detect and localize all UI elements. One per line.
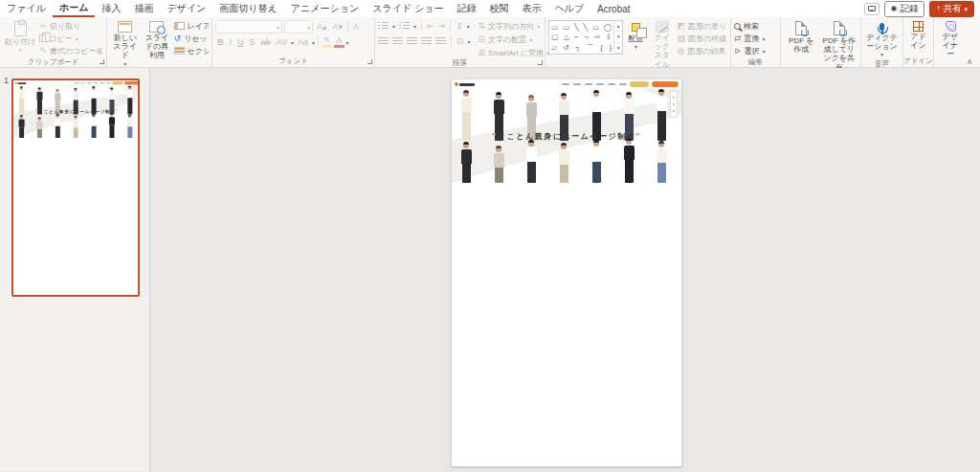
tab-review[interactable]: 校閲 <box>482 0 515 17</box>
shape-outline-button[interactable]: ▨図形の枠線▾ <box>678 33 727 44</box>
increase-indent-icon[interactable]: ⇥ <box>438 22 446 31</box>
font-name-select[interactable]: ▾ <box>215 20 282 34</box>
shape-option[interactable]: ▭ <box>551 24 558 32</box>
font-size-select[interactable]: ▾ <box>284 20 313 34</box>
shape-option[interactable]: ⌐ <box>574 34 578 41</box>
share-button[interactable]: ↑ 共有 ▾ <box>929 1 974 17</box>
italic-button[interactable]: I <box>228 36 234 48</box>
align-left-icon[interactable] <box>378 37 389 45</box>
create-pdf-button[interactable]: PDF を作成 <box>784 20 819 55</box>
clipboard-dialog-launcher[interactable] <box>100 59 104 64</box>
shape-option[interactable]: ¬ <box>585 34 589 41</box>
tab-slideshow[interactable]: スライド ショー <box>366 0 450 17</box>
collapse-ribbon-button[interactable]: ∧ <box>967 57 972 66</box>
shape-option[interactable]: ⇨ <box>594 34 600 41</box>
shape-option[interactable]: △ <box>564 34 569 41</box>
dictation-button[interactable]: ディクテーション ▾ <box>864 20 900 59</box>
shape-option[interactable]: } <box>610 44 612 52</box>
shape-effects-button[interactable]: ◍図形の効果▾ <box>678 45 727 56</box>
share-button-label: 共有 <box>943 3 961 15</box>
tab-record[interactable]: 記録 <box>450 0 482 17</box>
justify-icon[interactable] <box>421 37 432 45</box>
shape-option[interactable]: ↺ <box>564 44 569 52</box>
shape-option[interactable]: ▱ <box>551 44 557 52</box>
text-direction-button[interactable]: ⇅文字列の方向▾ <box>479 20 550 32</box>
character-spacing-button[interactable]: AV <box>275 36 289 48</box>
shapes-gallery[interactable]: ▭▭╲╲▭◯▢△⌐¬⇨⇩▱↺╮⌒{} ▲ ▼ ▼ <box>548 20 623 55</box>
comments-button[interactable] <box>864 3 880 15</box>
slide-thumbnail-1[interactable]: “とことん親身にホームページ制作” <box>11 79 140 297</box>
editing-canvas[interactable]: “とことん親身にホームページ制作” <box>150 68 980 471</box>
tab-help[interactable]: ヘルプ <box>547 0 590 17</box>
align-right-icon[interactable] <box>407 37 417 45</box>
tab-design[interactable]: デザイン <box>160 0 212 17</box>
text-shadow-button[interactable]: S <box>248 36 257 48</box>
bullets-icon[interactable] <box>378 22 389 30</box>
tab-home[interactable]: ホーム <box>53 0 95 17</box>
shape-option[interactable]: ╲ <box>583 24 588 32</box>
tab-insert[interactable]: 挿入 <box>95 0 127 17</box>
shape-option[interactable]: ▭ <box>563 24 569 32</box>
shape-option[interactable]: ▭ <box>592 24 599 32</box>
cut-button[interactable]: ✂切り取り <box>39 20 102 32</box>
shape-option[interactable]: ⇩ <box>606 34 612 41</box>
tab-transitions[interactable]: 画面切り替え <box>212 0 283 17</box>
shape-fill-button[interactable]: ◩図形の塗りつぶし▾ <box>678 20 727 32</box>
grow-font-button[interactable]: A▴ <box>315 21 329 33</box>
select-button[interactable]: ⊳選択▾ <box>734 45 776 56</box>
reuse-slides-button[interactable]: スライドの再利用 <box>142 20 171 61</box>
slide-image[interactable]: “とことん親身にホームページ制作” <box>13 80 140 138</box>
shape-option[interactable]: ▢ <box>551 34 558 41</box>
replace-button[interactable]: ⇄置換▾ <box>734 33 776 44</box>
columns-icon[interactable] <box>435 37 446 45</box>
tab-file[interactable]: ファイル <box>0 0 53 17</box>
strikethrough-button[interactable]: ab <box>259 36 273 48</box>
change-case-button[interactable]: Aa <box>296 36 310 48</box>
shapes-scroll-down-icon[interactable]: ▼ <box>614 32 622 42</box>
slide-image[interactable]: “とことん親身にホームページ制作” <box>452 79 681 183</box>
format-painter-button[interactable]: ✎書式のコピー/貼り付け <box>39 45 102 56</box>
font-color-button[interactable]: A <box>334 36 344 48</box>
share-pdf-link-button[interactable]: PDF を作成してリンクを共有 <box>821 20 858 73</box>
shrink-font-button[interactable]: A▾ <box>331 21 345 33</box>
copy-button[interactable]: コピー▾ <box>39 33 102 44</box>
text-columns-icon[interactable]: ⊟ <box>457 37 464 46</box>
underline-button[interactable]: U <box>235 36 246 48</box>
shape-option[interactable]: ╮ <box>576 44 581 52</box>
bold-button[interactable]: B <box>215 36 226 48</box>
group-paragraph: ▾ ▾ ⇤ ⇥ ⇕▾ ⊟▾ <box>375 17 546 67</box>
tab-draw[interactable]: 描画 <box>127 0 160 17</box>
record-button[interactable]: ◉ 記録 <box>884 1 925 17</box>
smartart-icon: ⊞ <box>479 49 486 57</box>
shapes-scroll-up-icon[interactable]: ▲ <box>614 21 622 32</box>
quick-styles-button[interactable]: クイック スタイル <box>649 20 676 70</box>
smartart-button[interactable]: ⊞SmartArt に変換▾ <box>479 47 550 58</box>
shape-option[interactable]: ◯ <box>604 24 612 32</box>
paragraph-dialog-launcher[interactable] <box>538 60 543 65</box>
shape-option[interactable]: ╲ <box>574 24 579 32</box>
font-dialog-launcher[interactable] <box>368 59 372 64</box>
find-button[interactable]: 検索 <box>734 20 776 32</box>
section-button[interactable]: セクション▾ <box>174 45 209 56</box>
designer-button[interactable]: デザイナー <box>937 20 964 60</box>
new-slide-button[interactable]: 新しいスライド ▾ <box>110 20 140 68</box>
line-spacing-icon[interactable]: ⇕ <box>456 22 463 31</box>
slide-canvas[interactable]: “とことん親身にホームページ制作” <box>452 79 681 466</box>
numbering-icon[interactable] <box>399 22 410 30</box>
align-text-button[interactable]: ⊟文字の配置▾ <box>479 34 550 45</box>
paste-button[interactable]: 貼り付け ▾ <box>3 20 37 55</box>
align-center-icon[interactable] <box>392 37 403 45</box>
decrease-indent-icon[interactable]: ⇤ <box>427 22 434 31</box>
tab-acrobat[interactable]: Acrobat <box>590 0 636 17</box>
reset-button[interactable]: ↺リセット <box>174 33 209 44</box>
shape-option[interactable]: ⌒ <box>587 44 594 52</box>
layout-button[interactable]: レイアウト▾ <box>174 20 209 32</box>
clear-formatting-button[interactable]: A <box>351 21 361 33</box>
shape-option[interactable]: { <box>600 44 603 52</box>
tab-view[interactable]: 表示 <box>515 0 547 17</box>
arrange-button[interactable]: 配置 ▾ <box>625 20 647 52</box>
addins-button[interactable]: アドイン <box>906 20 930 51</box>
tab-animations[interactable]: アニメーション <box>284 0 366 17</box>
shapes-more-icon[interactable]: ▼ <box>614 43 622 54</box>
highlight-color-button[interactable]: ✎ <box>322 36 333 48</box>
